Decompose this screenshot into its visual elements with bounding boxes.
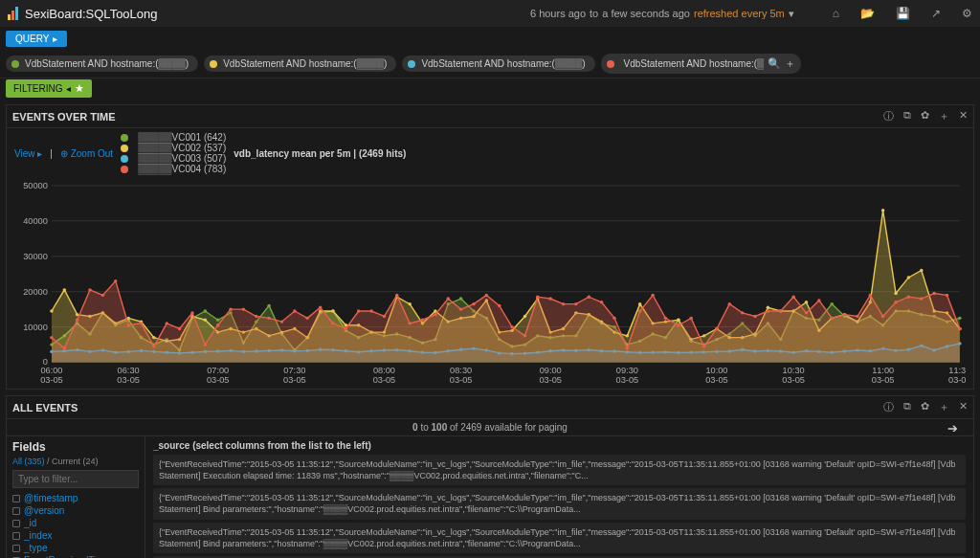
close-icon[interactable]: ✕ [959,109,968,123]
svg-point-259 [447,297,450,300]
gear-icon[interactable]: ✿ [921,400,929,414]
svg-point-256 [408,322,411,324]
svg-point-253 [369,309,372,312]
svg-point-295 [907,296,910,299]
next-page-icon[interactable]: ➔ [947,421,958,435]
add-icon[interactable]: ＋ [785,56,795,71]
svg-point-140 [767,306,769,309]
svg-text:03-05: 03-05 [373,375,396,385]
field-item[interactable]: @timestamp [12,492,139,504]
legend-item[interactable]: ▒▒▒▒▒VC002 (537) [121,143,226,153]
plus-icon[interactable]: ＋ [939,400,949,414]
field-item[interactable]: EventReceivedTime [12,554,139,558]
legend-label: ▒▒▒▒▒VC002 (537) [138,143,226,153]
copy-icon[interactable]: ⧉ [903,400,911,414]
fields-current[interactable]: Current (24) [52,457,99,466]
svg-text:03-05: 03-05 [782,375,805,385]
svg-point-44 [459,297,462,300]
gear-icon[interactable]: ✿ [921,109,929,123]
view-link[interactable]: View ▸ [14,148,42,159]
info-icon[interactable]: ⓘ [883,400,894,414]
checkbox-icon[interactable] [12,507,20,515]
brand-icon [8,7,21,20]
source-row[interactable]: {"EventReceivedTime":"2015-03-05 11:35:1… [153,488,966,519]
svg-point-278 [689,317,692,320]
svg-point-257 [421,319,424,322]
svg-point-294 [894,301,897,303]
query-pill[interactable]: VdbStatement AND hostname:(▒🔍＋ [601,54,802,74]
source-row[interactable]: {"EventReceivedTime":"2015-03-05 11:35:1… [153,455,966,485]
close-icon[interactable]: ✕ [959,400,968,414]
plus-icon[interactable]: ＋ [939,109,949,123]
svg-point-85 [63,288,66,291]
color-dot-icon [121,166,128,173]
svg-point-260 [459,307,462,310]
field-item[interactable]: _id [12,517,139,529]
chart-summary: vdb_latency mean per 5m | (2469 hits) [234,148,406,159]
star-icon: ★ [75,82,84,95]
folder-open-icon[interactable]: 📂 [860,7,875,20]
field-name: _id [24,518,36,528]
svg-point-267 [548,297,551,300]
checkbox-icon[interactable] [12,495,20,502]
svg-text:09:00: 09:00 [540,366,562,375]
svg-point-263 [498,304,501,307]
share-icon[interactable]: ↗ [931,7,941,20]
svg-point-264 [510,325,513,328]
filtering-button[interactable]: FILTERING ◂ ★ [6,79,92,98]
svg-point-274 [638,309,641,312]
legend-item[interactable]: ▒▒▒▒▒VC004 (783) [121,164,226,174]
fields-selector[interactable]: All (335) / Current (24) [12,457,139,466]
query-pill[interactable]: VdbStatement AND hostname:(▒▒▒▒) [204,56,396,72]
svg-point-297 [932,292,935,295]
query-pill[interactable]: VdbStatement AND hostname:(▒▒▒▒) [6,56,198,72]
copy-icon[interactable]: ⧉ [903,109,911,123]
home-icon[interactable]: ⌂ [833,7,839,20]
time-from: 6 hours ago [530,8,586,19]
time-range[interactable]: 6 hours ago to a few seconds ago refresh… [530,8,794,20]
checkbox-icon[interactable] [12,545,20,552]
info-icon[interactable]: ⓘ [883,109,894,123]
svg-point-279 [702,345,705,347]
legend-label: ▒▒▒▒▒VC001 (642) [138,132,226,143]
svg-point-273 [626,346,629,349]
checkbox-icon[interactable] [12,532,20,540]
query-pill[interactable]: VdbStatement AND hostname:(▒▒▒▒) [402,56,594,72]
gear-icon[interactable]: ⚙ [962,7,972,20]
fields-sidebar: Fields All (335) / Current (24) @timesta… [7,436,145,558]
svg-point-152 [920,269,923,272]
svg-point-228 [50,336,53,339]
fields-filter-input[interactable] [12,470,139,488]
svg-point-244 [255,315,257,318]
source-row[interactable]: {"EventReceivedTime":"2015-03-05 11:35:1… [153,523,966,553]
legend-item[interactable]: ▒▒▒▒▒VC001 (642) [121,132,226,143]
svg-text:03-05: 03-05 [450,375,473,385]
field-name: _index [24,530,52,541]
brand: SexiBoard:SQLTooLong [8,7,158,21]
save-icon[interactable]: 💾 [896,7,910,20]
svg-text:03-05: 03-05 [948,375,966,385]
checkbox-icon[interactable] [12,520,20,527]
svg-point-271 [600,301,603,303]
svg-point-96 [204,319,207,322]
color-dot-icon [210,60,217,68]
source-list: _source (select columns from the list to… [145,436,973,558]
field-item[interactable]: @version [12,504,139,517]
field-item[interactable]: _index [12,529,139,542]
search-icon[interactable]: 🔍 [768,57,781,70]
field-item[interactable]: _type [12,542,139,554]
svg-point-258 [434,313,436,316]
svg-point-129 [626,334,629,337]
time-to: a few seconds ago [602,8,690,19]
query-button[interactable]: QUERY ▸ [6,31,67,47]
svg-point-246 [280,320,283,323]
legend-item[interactable]: ▒▒▒▒▒VC003 (507) [121,153,226,164]
svg-point-231 [88,288,91,291]
fields-all[interactable]: All (335) [12,457,45,466]
color-dot-icon [607,60,614,68]
svg-point-229 [63,346,66,349]
zoom-out-link[interactable]: ⊕ Zoom Out [60,148,113,159]
panel-head: EVENTS OVER TIME ⓘ ⧉ ✿ ＋ ✕ [7,105,973,128]
svg-point-293 [881,315,884,318]
svg-point-250 [331,322,334,324]
